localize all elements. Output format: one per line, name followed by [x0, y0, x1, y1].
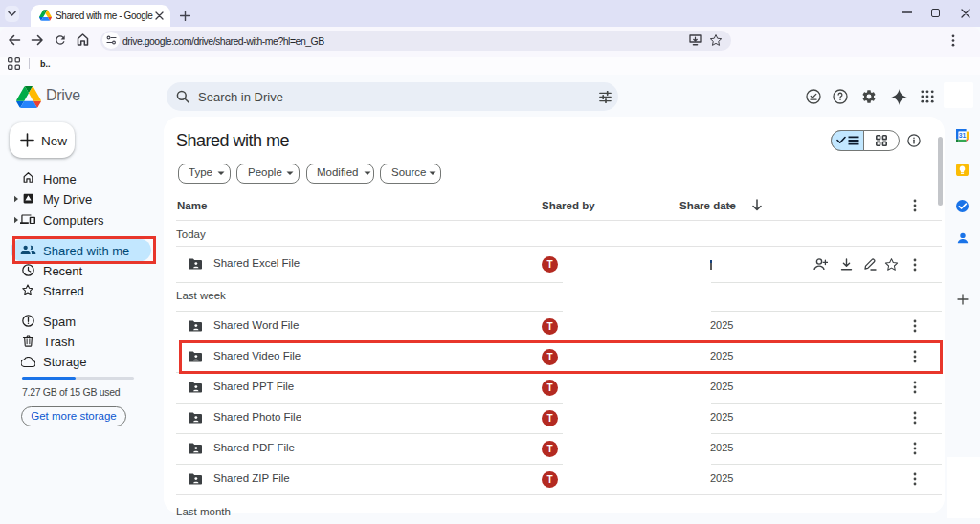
svg-text:31: 31 — [959, 132, 967, 139]
